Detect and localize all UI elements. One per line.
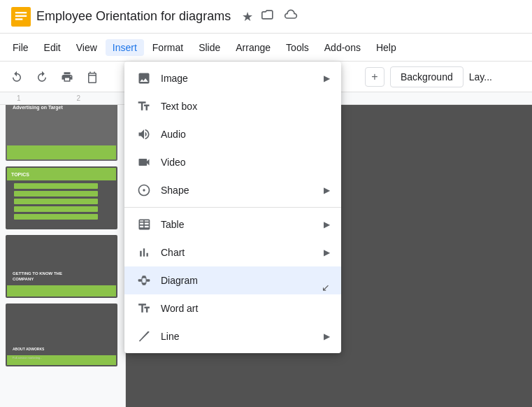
menu-item-line[interactable]: Line ▶ — [124, 322, 341, 350]
svg-line-11 — [146, 277, 147, 280]
menu-item-image[interactable]: Image ▶ — [124, 64, 341, 92]
diagram-icon — [136, 272, 152, 289]
slide4-subtitle: Full-service marketing... — [13, 356, 42, 359]
svg-rect-8 — [146, 279, 150, 281]
line-icon — [136, 328, 152, 345]
menu-arrange[interactable]: Arrange — [229, 39, 278, 56]
chart-label: Chart — [161, 247, 315, 258]
line-label: Line — [161, 331, 315, 342]
svg-rect-3 — [15, 18, 23, 20]
svg-rect-1 — [15, 12, 27, 13]
svg-rect-2 — [15, 15, 27, 16]
slide3-bottom-green — [7, 285, 116, 297]
shape-arrow: ▶ — [324, 185, 330, 195]
title-bar: Employee Orientation for diagrams ★ — [0, 0, 532, 34]
document-title: Employee Orientation for diagrams — [36, 9, 231, 24]
svg-rect-6 — [143, 276, 146, 278]
svg-rect-7 — [143, 283, 146, 285]
wordart-label: Word art — [161, 303, 330, 314]
background-button[interactable]: Background — [390, 66, 463, 87]
menu-help[interactable]: Help — [369, 39, 403, 56]
app-icon — [11, 7, 31, 27]
image-icon — [136, 70, 152, 87]
right-toolbar: + Background Lay... — [357, 62, 532, 92]
menu-slide[interactable]: Slide — [192, 39, 227, 56]
line-arrow: ▶ — [324, 331, 330, 341]
menu-item-chart[interactable]: Chart ▶ — [124, 238, 341, 266]
menu-item-diagram[interactable]: Diagram ↙ — [124, 266, 341, 294]
add-slide-button[interactable]: + — [365, 67, 384, 87]
menu-edit[interactable]: Edit — [37, 39, 68, 56]
menu-file[interactable]: File — [6, 39, 36, 56]
image-arrow: ▶ — [324, 73, 330, 83]
shape-icon — [136, 182, 152, 199]
slide2-topics-items — [14, 183, 98, 220]
slide3-company-text: GETTING TO KNOW THECOMPANY — [13, 271, 62, 283]
menu-format[interactable]: Format — [145, 39, 190, 56]
menu-bar: File Edit View Insert Format Slide Arran… — [0, 34, 532, 62]
svg-rect-5 — [138, 279, 142, 281]
cloud-icon[interactable] — [284, 8, 298, 25]
topics-item-2 — [14, 191, 98, 197]
menu-tools[interactable]: Tools — [279, 39, 316, 56]
menu-view[interactable]: View — [69, 39, 104, 56]
star-icon[interactable]: ★ — [242, 9, 253, 24]
table-icon — [136, 216, 152, 233]
svg-line-12 — [146, 280, 147, 284]
menu-item-audio[interactable]: Audio — [124, 120, 341, 148]
insert-dropdown-menu: Image ▶ Text box Audio Video Shape ▶ — [124, 62, 341, 353]
topics-item-4 — [14, 206, 98, 212]
shape-label: Shape — [161, 185, 315, 196]
slide-thumb-4[interactable]: ABOUT ADWORKS Full-service marketing... — [6, 304, 117, 366]
textbox-label: Text box — [161, 101, 330, 112]
menu-insert[interactable]: Insert — [106, 39, 144, 56]
mouse-cursor-indicator: ↙ — [322, 282, 330, 293]
menu-divider-1 — [124, 207, 341, 208]
textbox-icon — [136, 98, 152, 115]
slide2-topics-label: TOPICS — [11, 172, 29, 177]
svg-line-9 — [142, 277, 143, 280]
slide-thumb-1[interactable]: Advertising on Target — [6, 98, 117, 161]
undo-button[interactable] — [6, 66, 28, 88]
topics-item-1 — [14, 183, 98, 189]
menu-addons[interactable]: Add-ons — [317, 39, 368, 56]
topics-item-3 — [14, 199, 98, 204]
layout-label: Lay... — [469, 71, 492, 83]
audio-icon — [136, 126, 152, 143]
svg-line-10 — [142, 280, 143, 284]
diagram-label: Diagram — [161, 275, 330, 286]
slides-panel: Advertising on Target TOPICS GETTING TO … — [0, 92, 126, 407]
menu-item-wordart[interactable]: Word art — [124, 294, 341, 322]
slide-thumb-2[interactable]: TOPICS — [6, 166, 117, 229]
video-label: Video — [161, 157, 330, 168]
wordart-icon — [136, 300, 152, 317]
menu-item-table[interactable]: Table ▶ — [124, 210, 341, 238]
audio-label: Audio — [161, 129, 330, 140]
svg-point-4 — [143, 189, 145, 191]
paint-format-button[interactable] — [81, 66, 103, 88]
slide2-topics-bar: TOPICS — [7, 168, 116, 180]
print-button[interactable] — [56, 66, 78, 88]
image-label: Image — [161, 73, 315, 84]
menu-item-video[interactable]: Video — [124, 148, 341, 176]
table-arrow: ▶ — [324, 220, 330, 229]
table-label: Table — [161, 219, 315, 230]
redo-button[interactable] — [31, 66, 53, 88]
chart-arrow: ▶ — [324, 248, 330, 257]
menu-item-shape[interactable]: Shape ▶ — [124, 176, 341, 204]
video-icon — [136, 154, 152, 171]
title-icons: ★ — [242, 8, 298, 25]
topics-item-5 — [14, 214, 98, 220]
chart-icon — [136, 244, 152, 261]
slide1-title: Advertising on Target — [13, 105, 63, 110]
menu-item-textbox[interactable]: Text box — [124, 92, 341, 120]
folder-icon[interactable] — [261, 8, 275, 25]
slide1-green-bar — [7, 145, 116, 159]
slide-thumb-3[interactable]: GETTING TO KNOW THECOMPANY — [6, 235, 117, 298]
slide4-adworks-text: ABOUT ADWORKS — [13, 347, 44, 351]
